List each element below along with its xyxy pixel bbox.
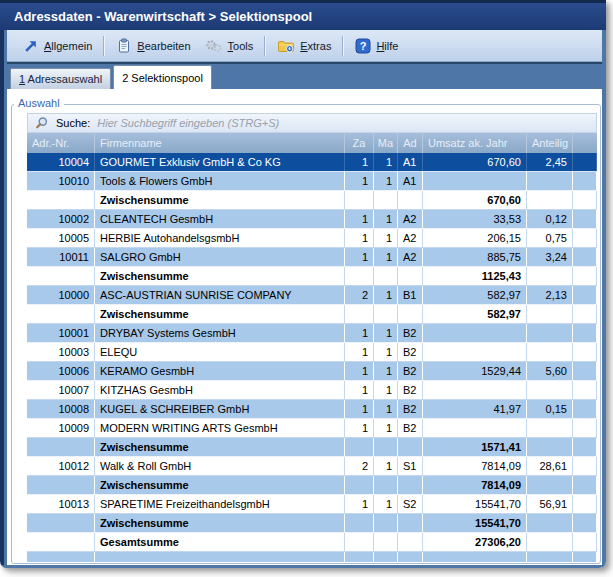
cell-firmenname: Zwischensumme (95, 476, 345, 494)
tab-adressauswahl-label: 1 Adressauswahl (19, 73, 102, 85)
content-area: Auswahl Suche: Hier Suchbegriff eingeben… (7, 89, 602, 565)
cell-ma: 1 (374, 457, 398, 475)
cell-firmenname: HERBIE AutohandelsgsmbH (95, 229, 345, 247)
tools-button[interactable]: Tools (198, 36, 261, 56)
cell-firmenname: KERAMO GesmbH (95, 362, 345, 380)
cell-umsatz: 1125,43 (423, 267, 527, 285)
auswahl-groupbox: Auswahl Suche: Hier Suchbegriff eingeben… (11, 104, 601, 564)
table-row[interactable]: 10011SALGRO GmbH11A2885,753,24 (27, 248, 597, 267)
cell-adr-nr (27, 267, 95, 285)
search-icon (34, 116, 49, 131)
table-row[interactable]: 10000ASC-AUSTRIAN SUNRISE COMPANY21B1582… (27, 286, 597, 305)
cell-umsatz (423, 343, 527, 361)
table-row[interactable]: 10013SPARETIME FreizeithandelsgmbH11S215… (27, 495, 597, 514)
table-row[interactable]: 10003ELEQU11B2 (27, 343, 597, 362)
search-input[interactable]: Suche: Hier Suchbegriff eingeben (STRG+S… (27, 113, 597, 133)
cell-ad: B1 (398, 286, 423, 304)
cell-ad (398, 476, 423, 494)
column-header-ma[interactable]: Ma (374, 133, 398, 153)
subtotal-row: Zwischensumme1125,43 (27, 267, 597, 286)
extras-button[interactable]: Extras (270, 36, 338, 56)
cell-adr-nr: 10006 (27, 362, 95, 380)
cell-ma: 1 (374, 153, 398, 171)
tab-selektionspool[interactable]: 2 Selektionspool (113, 65, 212, 89)
cell-ma (374, 514, 398, 532)
allgemein-button[interactable]: Allgemein (16, 36, 99, 56)
cell-ma: 1 (374, 400, 398, 418)
cell-trailing (573, 400, 597, 418)
column-header-za[interactable]: Za (345, 133, 374, 153)
cell-ad (398, 533, 423, 551)
cell-za: 1 (345, 172, 374, 190)
cell-za: 1 (345, 362, 374, 380)
cell-anteilig (527, 514, 573, 532)
cell-za: 1 (345, 324, 374, 342)
column-header-adr-nr[interactable]: Adr.-Nr. (27, 133, 95, 153)
cell-adr-nr: 10000 (27, 286, 95, 304)
cell-umsatz: 670,60 (423, 191, 527, 209)
cell-ad (398, 305, 423, 323)
cell-umsatz (423, 324, 527, 342)
table-row[interactable]: 10005HERBIE AutohandelsgsmbH11A2206,150,… (27, 229, 597, 248)
table-row[interactable]: 10006KERAMO GesmbH11B21529,445,60 (27, 362, 597, 381)
cell-trailing (573, 248, 597, 266)
cell-adr-nr: 10013 (27, 495, 95, 513)
jump-arrow-icon (23, 38, 39, 54)
cell-firmenname: ELEQU (95, 343, 345, 361)
cell-umsatz (423, 381, 527, 399)
table-row[interactable]: 10009MODERN WRITING ARTS GesmbH11B2 (27, 419, 597, 438)
cell-umsatz (423, 552, 527, 562)
cell-za: 1 (345, 419, 374, 437)
cell-trailing (573, 305, 597, 323)
app-window: Adressdaten - Warenwirtschaft > Selektio… (0, 0, 606, 568)
cell-ad (398, 438, 423, 456)
cell-ad: B2 (398, 400, 423, 418)
table-row[interactable]: 10012Walk & Roll GmbH21S17814,0928,61 (27, 457, 597, 476)
table-row[interactable]: 10010Tools & Flowers GmbH11A1 (27, 172, 597, 191)
column-header-ad[interactable]: Ad (398, 133, 423, 153)
cell-trailing (573, 419, 597, 437)
hilfe-button[interactable]: ? Hilfe (348, 36, 405, 56)
cell-ma: 1 (374, 419, 398, 437)
table-row[interactable]: 10007KITZHAS GesmbH11B2 (27, 381, 597, 400)
toolbar-separator (103, 36, 105, 56)
cell-trailing (573, 457, 597, 475)
toolbar-separator (264, 36, 266, 56)
cell-adr-nr: 10012 (27, 457, 95, 475)
cell-adr-nr: 10011 (27, 248, 95, 266)
cell-za: 1 (345, 381, 374, 399)
tools-label: Tools (228, 40, 254, 52)
table-row[interactable]: 10008KUGEL & SCHREIBER GmbH11B241,970,15 (27, 400, 597, 419)
cell-trailing (573, 343, 597, 361)
cell-ma: 1 (374, 362, 398, 380)
column-header-firmenname[interactable]: Firmenname (95, 133, 345, 153)
svg-text:?: ? (360, 40, 367, 52)
cell-anteilig (527, 324, 573, 342)
cell-za (345, 305, 374, 323)
cell-firmenname: Tools & Flowers GmbH (95, 172, 345, 190)
cell-anteilig: 0,75 (527, 229, 573, 247)
cell-firmenname: ASC-AUSTRIAN SUNRISE COMPANY (95, 286, 345, 304)
cell-firmenname: Zwischensumme (95, 438, 345, 456)
tab-adressauswahl[interactable]: 1 Adressauswahl (10, 68, 111, 89)
column-header-anteilig[interactable]: Anteilig (527, 133, 573, 153)
bearbeiten-button[interactable]: Bearbeiten (109, 36, 197, 56)
subtotal-row: Zwischensumme15541,70 (27, 514, 597, 533)
cell-trailing (573, 191, 597, 209)
cell-za: 1 (345, 210, 374, 228)
cell-adr-nr: 10010 (27, 172, 95, 190)
cell-adr-nr: 10007 (27, 381, 95, 399)
table-row[interactable]: 10002CLEANTECH GesmbH11A233,530,12 (27, 210, 597, 229)
cell-za: 1 (345, 153, 374, 171)
table-row[interactable]: 10004GOURMET Exklusiv GmbH & Co KG11A167… (27, 153, 597, 172)
cell-firmenname: KUGEL & SCHREIBER GmbH (95, 400, 345, 418)
search-placeholder: Hier Suchbegriff eingeben (STRG+S) (97, 117, 279, 129)
table-row[interactable]: 10001DRYBAY Systems GesmbH11B2 (27, 324, 597, 343)
cell-adr-nr (27, 305, 95, 323)
cell-umsatz: 15541,70 (423, 495, 527, 513)
window-title: Adressdaten - Warenwirtschaft > Selektio… (14, 9, 312, 24)
column-header-umsatz[interactable]: Umsatz ak. Jahr (423, 133, 527, 153)
cell-trailing (573, 172, 597, 190)
clipboard-icon (116, 38, 132, 54)
cell-anteilig: 0,15 (527, 400, 573, 418)
